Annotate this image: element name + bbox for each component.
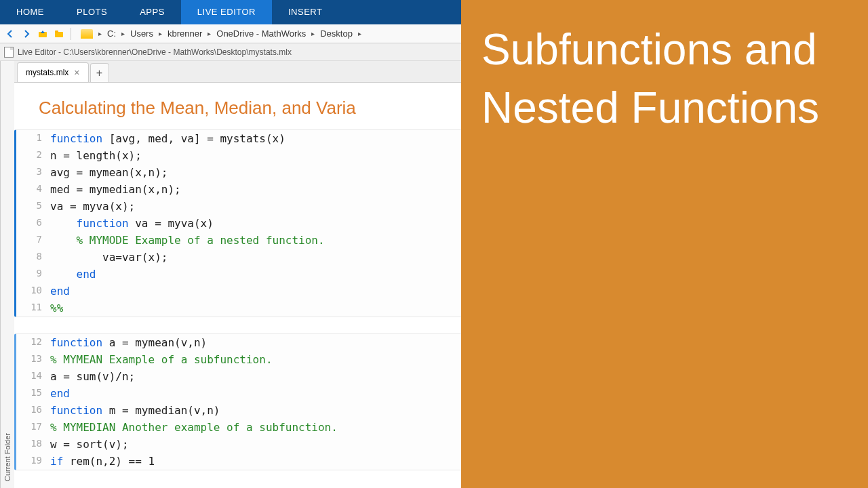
line-number: 12: [16, 334, 50, 351]
line-number: 11: [16, 300, 50, 317]
file-tab-label: mystats.mlx: [26, 68, 68, 77]
line-number: 1: [16, 130, 50, 147]
line-number: 5: [16, 198, 50, 215]
line-number: 18: [16, 436, 50, 453]
current-folder-panel-tab[interactable]: Current Folder: [0, 61, 14, 488]
browse-button[interactable]: [52, 26, 66, 41]
title-overlay: Subfunctions and Nested Functions: [461, 0, 868, 488]
up-folder-button[interactable]: [35, 26, 50, 41]
chevron-right-icon: ▸: [159, 30, 162, 37]
chevron-right-icon: ▸: [358, 30, 361, 37]
line-number: 14: [16, 368, 50, 385]
close-icon[interactable]: ×: [74, 68, 79, 77]
breadcrumb-item[interactable]: Users: [127, 27, 156, 40]
address-bar[interactable]: ▸C:▸Users▸kbrenner▸OneDrive - MathWorks▸…: [81, 27, 361, 40]
back-button[interactable]: [3, 26, 18, 41]
line-number: 7: [16, 232, 50, 249]
line-number: 15: [16, 385, 50, 402]
document-icon: [4, 47, 14, 58]
line-number: 16: [16, 402, 50, 419]
line-number: 9: [16, 266, 50, 283]
line-number: 17: [16, 419, 50, 436]
line-number: 2: [16, 147, 50, 164]
breadcrumb-item[interactable]: Desktop: [317, 27, 355, 40]
forward-button[interactable]: [19, 26, 34, 41]
new-tab-button[interactable]: +: [90, 63, 109, 82]
editor-title: Live Editor - C:\Users\kbrenner\OneDrive…: [18, 47, 292, 57]
line-number: 6: [16, 215, 50, 232]
line-number: 8: [16, 249, 50, 266]
chevron-right-icon: ▸: [311, 30, 315, 37]
ribbon-tab-plots[interactable]: PLOTS: [60, 0, 123, 24]
chevron-right-icon: ▸: [121, 30, 125, 37]
breadcrumb-item[interactable]: C:: [104, 27, 119, 40]
line-number: 13: [16, 351, 50, 368]
breadcrumb-item[interactable]: kbrenner: [165, 27, 205, 40]
svg-rect-1: [55, 32, 63, 37]
chevron-right-icon: ▸: [208, 30, 211, 37]
line-number: 10: [16, 283, 50, 300]
line-number: 3: [16, 164, 50, 181]
file-tab-mystats[interactable]: mystats.mlx ×: [17, 62, 89, 82]
folder-icon: [81, 29, 93, 39]
ribbon-tab-apps[interactable]: APPS: [123, 0, 181, 24]
line-number: 4: [16, 181, 50, 198]
breadcrumb-item[interactable]: OneDrive - MathWorks: [214, 27, 309, 40]
line-number: 19: [16, 453, 50, 470]
chevron-right-icon: ▸: [98, 30, 102, 37]
separator: [71, 28, 71, 40]
ribbon-tab-live-editor[interactable]: LIVE EDITOR: [181, 0, 272, 24]
svg-rect-2: [55, 30, 58, 33]
ribbon-tab-insert[interactable]: INSERT: [272, 0, 338, 24]
ribbon-tab-home[interactable]: HOME: [0, 0, 60, 24]
